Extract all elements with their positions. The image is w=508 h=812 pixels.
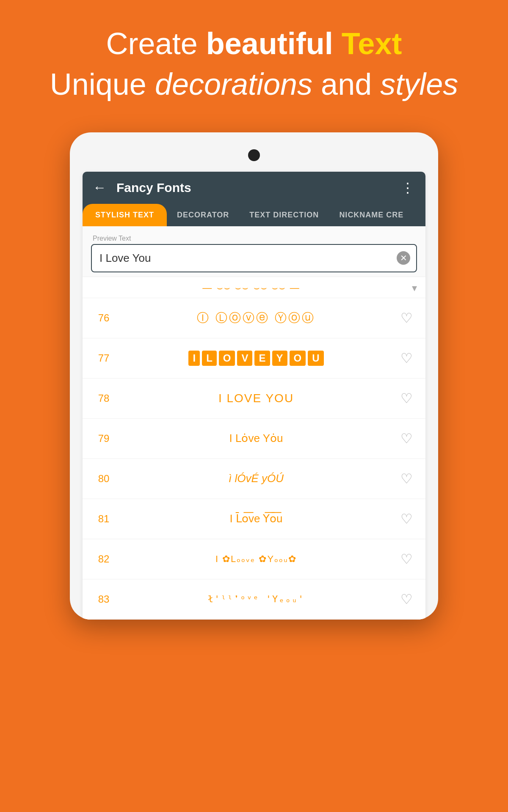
font-list: 76 Ⓘ Ⓛⓞⓥⓔ Ⓨⓞⓤ ♡ 77 I L O V E Y bbox=[83, 298, 425, 620]
font-number-81: 81 bbox=[91, 513, 116, 525]
font-number-78: 78 bbox=[91, 392, 116, 404]
font-preview-77: I L O V E Y O U bbox=[116, 351, 396, 366]
font-item-76[interactable]: 76 Ⓘ Ⓛⓞⓥⓔ Ⓨⓞⓤ ♡ bbox=[83, 298, 425, 338]
font-number-80: 80 bbox=[91, 473, 116, 485]
boxed-letter-U: U bbox=[308, 351, 323, 366]
hero-line2-pre: Unique bbox=[50, 67, 155, 101]
heart-icon-77: ♡ bbox=[400, 350, 413, 366]
font-item-77[interactable]: 77 I L O V E Y O U ♡ bbox=[83, 338, 425, 379]
phone-camera bbox=[248, 149, 260, 161]
boxed-letter-E: E bbox=[254, 351, 270, 366]
hero-line1: Create beautiful Text bbox=[17, 25, 491, 62]
font-preview-79: I Lȯve Yȯu bbox=[116, 432, 396, 445]
preview-input[interactable] bbox=[99, 252, 395, 265]
favorite-78[interactable]: ♡ bbox=[396, 388, 417, 409]
hero-line2: Unique decorations and styles bbox=[17, 66, 491, 102]
tab-stylish-text[interactable]: STYLISH TEXT bbox=[83, 204, 167, 226]
tab-decorator[interactable]: DECORATOR bbox=[167, 204, 239, 226]
heart-icon-78: ♡ bbox=[400, 390, 413, 406]
favorite-76[interactable]: ♡ bbox=[396, 307, 417, 329]
hero-line2-italic2: styles bbox=[380, 67, 458, 101]
font-item-79[interactable]: 79 I Lȯve Yȯu ♡ bbox=[83, 419, 425, 459]
font-item-82[interactable]: 82 I ✿Lₒₒᵥₑ ✿Yₒₒᵤ✿ ♡ bbox=[83, 539, 425, 579]
boxed-letter-I: I bbox=[188, 351, 200, 366]
heart-icon-80: ♡ bbox=[400, 471, 413, 487]
font-preview-76: Ⓘ Ⓛⓞⓥⓔ Ⓨⓞⓤ bbox=[116, 310, 396, 326]
hero-text-yellow: Text bbox=[333, 27, 402, 60]
font-number-77: 77 bbox=[91, 352, 116, 364]
preview-input-wrapper: ✕ bbox=[91, 244, 417, 272]
boxed-letter-V: V bbox=[237, 351, 252, 366]
boxed-letter-L: L bbox=[202, 351, 217, 366]
font-item-83[interactable]: 83 ł'ˡˡ❜ᵒᵛᵉ 'Yₑₒᵤ' ♡ bbox=[83, 579, 425, 620]
app-screen: ← Fancy Fonts ⋮ STYLISH TEXT DECORATOR T… bbox=[83, 172, 425, 620]
font-number-76: 76 bbox=[91, 312, 116, 324]
font-item-81[interactable]: 81 I L̄o͞ve Y͞o͞u ♡ bbox=[83, 499, 425, 539]
app-toolbar: ← Fancy Fonts ⋮ bbox=[83, 172, 425, 204]
hero-text-pre: Create bbox=[106, 27, 206, 60]
clear-button[interactable]: ✕ bbox=[397, 251, 410, 265]
font-preview-80: ì lÓvÉ yÓÚ bbox=[116, 472, 396, 485]
heart-icon-83: ♡ bbox=[400, 591, 413, 607]
favorite-82[interactable]: ♡ bbox=[396, 549, 417, 570]
hero-text-bold: beautiful bbox=[206, 27, 333, 60]
favorite-79[interactable]: ♡ bbox=[396, 428, 417, 449]
font-item-78[interactable]: 78 I LOVE YOU ♡ bbox=[83, 379, 425, 419]
tabs-bar: STYLISH TEXT DECORATOR TEXT DIRECTION NI… bbox=[83, 204, 425, 226]
app-title: Fancy Fonts bbox=[116, 181, 401, 195]
preview-label: Preview Text bbox=[93, 235, 417, 242]
font-number-82: 82 bbox=[91, 553, 116, 565]
font-number-79: 79 bbox=[91, 433, 116, 444]
menu-button[interactable]: ⋮ bbox=[401, 180, 415, 196]
heart-icon-79: ♡ bbox=[400, 431, 413, 447]
favorite-83[interactable]: ♡ bbox=[396, 589, 417, 610]
hero-line2-post: and bbox=[312, 67, 380, 101]
heart-icon-76: ♡ bbox=[400, 310, 413, 326]
heart-icon-81: ♡ bbox=[400, 511, 413, 527]
favorite-81[interactable]: ♡ bbox=[396, 508, 417, 529]
preview-section: Preview Text ✕ bbox=[83, 226, 425, 277]
font-preview-78: I LOVE YOU bbox=[116, 392, 396, 405]
phone-frame: ← Fancy Fonts ⋮ STYLISH TEXT DECORATOR T… bbox=[70, 132, 438, 620]
favorite-77[interactable]: ♡ bbox=[396, 348, 417, 369]
boxed-text-77: I L O V E Y O U bbox=[188, 351, 323, 366]
hero-section: Create beautiful Text Unique decorations… bbox=[0, 0, 508, 120]
font-preview-83: ł'ˡˡ❜ᵒᵛᵉ 'Yₑₒᵤ' bbox=[116, 594, 396, 604]
back-button[interactable]: ← bbox=[93, 180, 106, 195]
font-preview-82: I ✿Lₒₒᵥₑ ✿Yₒₒᵤ✿ bbox=[116, 554, 396, 565]
tab-nickname[interactable]: NICKNAME CRE bbox=[329, 204, 414, 226]
scroll-indicator: ▾ bbox=[412, 282, 417, 294]
font-preview-81: I L̄o͞ve Y͞o͞u bbox=[116, 512, 396, 525]
hero-line2-italic: decorations bbox=[155, 67, 312, 101]
boxed-letter-O: O bbox=[219, 351, 235, 366]
font-item-partial: — ⌣⌣ ⌣⌣ ⌣⌣ ⌣⌣ — ▾ bbox=[83, 277, 425, 298]
tab-text-direction[interactable]: TEXT DIRECTION bbox=[239, 204, 329, 226]
favorite-80[interactable]: ♡ bbox=[396, 468, 417, 489]
boxed-letter-O2: O bbox=[290, 351, 306, 366]
font-item-80[interactable]: 80 ì lÓvÉ yÓÚ ♡ bbox=[83, 459, 425, 499]
font-number-83: 83 bbox=[91, 593, 116, 605]
heart-icon-82: ♡ bbox=[400, 551, 413, 567]
boxed-letter-Y: Y bbox=[272, 351, 287, 366]
